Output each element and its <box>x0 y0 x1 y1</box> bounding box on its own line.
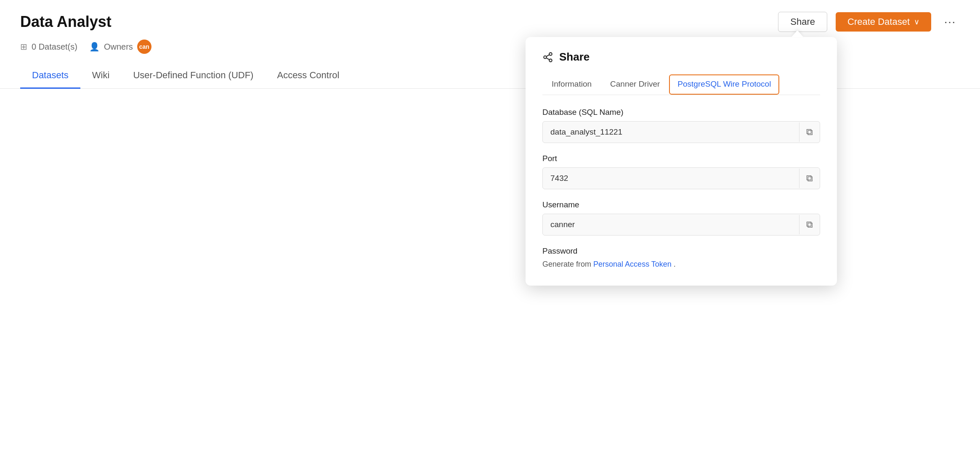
port-value: 7432 <box>543 168 799 189</box>
tab-canner-driver[interactable]: Canner Driver <box>601 74 669 95</box>
owners-section: 👤 Owners can <box>89 40 151 54</box>
port-field-row: 7432 ⧉ <box>542 167 820 189</box>
tab-udf[interactable]: User-Defined Function (UDF) <box>121 63 265 89</box>
port-label: Port <box>542 154 820 163</box>
username-copy-button[interactable]: ⧉ <box>799 215 820 234</box>
page-title: Data Analyst <box>20 13 112 31</box>
personal-access-token-link[interactable]: Personal Access Token <box>593 260 672 268</box>
dialog-caret <box>791 30 803 37</box>
tab-wiki[interactable]: Wiki <box>80 63 122 89</box>
password-section: Password Generate from Personal Access T… <box>542 246 820 269</box>
username-value: canner <box>543 214 799 235</box>
page-header: Data Analyst Share Create Dataset ∨ ⋯ <box>0 0 980 32</box>
port-field-group: Port 7432 ⧉ <box>542 154 820 189</box>
copy-icon: ⧉ <box>806 219 813 230</box>
database-label: Database (SQL Name) <box>542 108 820 117</box>
share-button[interactable]: Share <box>778 12 827 32</box>
password-hint: Generate from Personal Access Token . <box>542 260 820 269</box>
dialog-tabs: Information Canner Driver PostgreSQL Wir… <box>542 74 820 95</box>
dialog-title: Share <box>559 50 590 64</box>
tab-datasets[interactable]: Datasets <box>20 63 80 89</box>
port-copy-button[interactable]: ⧉ <box>799 169 820 188</box>
datasets-count: ⊞ 0 Dataset(s) <box>20 42 77 52</box>
copy-icon: ⧉ <box>806 173 813 183</box>
copy-icon: ⧉ <box>806 127 813 137</box>
dialog-header: Share <box>542 50 820 64</box>
grid-icon: ⊞ <box>20 42 27 52</box>
svg-line-4 <box>546 55 549 56</box>
share-icon <box>542 52 553 63</box>
tab-information[interactable]: Information <box>542 74 601 95</box>
username-field-group: Username canner ⧉ <box>542 200 820 236</box>
more-options-button[interactable]: ⋯ <box>940 13 960 31</box>
header-actions: Share Create Dataset ∨ ⋯ <box>778 12 960 32</box>
username-label: Username <box>542 200 820 209</box>
create-dataset-button[interactable]: Create Dataset ∨ <box>836 12 931 32</box>
database-copy-button[interactable]: ⧉ <box>799 122 820 142</box>
chevron-down-icon: ∨ <box>914 17 919 26</box>
database-field-group: Database (SQL Name) data_analyst_11221 ⧉ <box>542 108 820 143</box>
username-field-row: canner ⧉ <box>542 214 820 236</box>
database-value: data_analyst_11221 <box>543 122 799 143</box>
tab-postgresql-wire-protocol[interactable]: PostgreSQL Wire Protocol <box>669 74 779 95</box>
password-label: Password <box>542 246 820 256</box>
svg-line-3 <box>546 58 549 59</box>
tab-access-control[interactable]: Access Control <box>265 63 351 89</box>
database-field-row: data_analyst_11221 ⧉ <box>542 121 820 143</box>
avatar[interactable]: can <box>137 40 151 54</box>
person-icon: 👤 <box>89 42 100 52</box>
share-dialog: Share Information Canner Driver PostgreS… <box>526 37 837 286</box>
